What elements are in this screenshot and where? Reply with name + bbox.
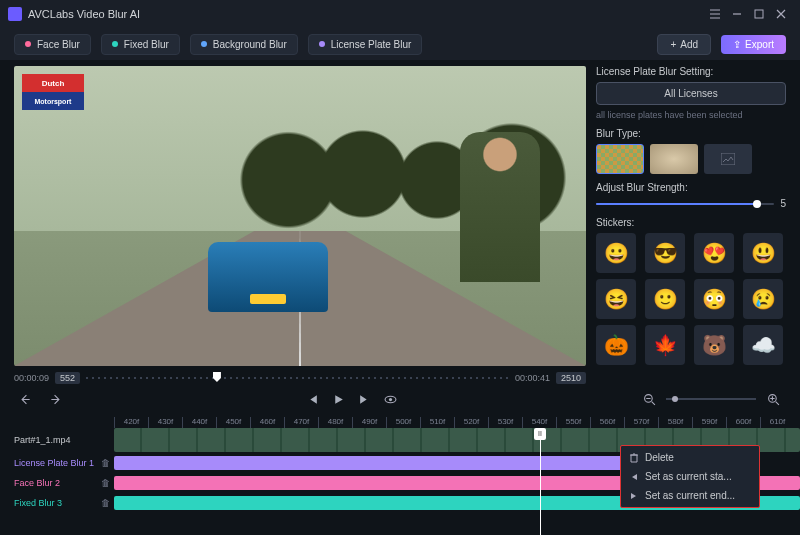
context-menu: Delete Set as current sta... Set as curr…	[620, 445, 760, 508]
blur-mode-toolbar: Face Blur Fixed Blur Background Blur Lic…	[0, 28, 800, 60]
preview-toggle-button[interactable]	[381, 390, 399, 408]
minimize-button[interactable]	[726, 3, 748, 25]
redo-button[interactable]	[44, 390, 62, 408]
sticker-bear[interactable]: 🐻	[694, 325, 734, 365]
label: Background Blur	[213, 39, 287, 50]
zoom-in-button[interactable]	[764, 390, 782, 408]
video-preview[interactable]: Dutch Motorsport	[14, 66, 586, 366]
tick: 490f	[352, 417, 386, 428]
stickers-label: Stickers:	[596, 217, 786, 228]
ctx-delete[interactable]: Delete	[621, 448, 759, 467]
strength-label: Adjust Blur Strength:	[596, 182, 786, 193]
fixed-blur-mode[interactable]: Fixed Blur	[101, 34, 180, 55]
dot-icon	[319, 41, 325, 47]
logo-bottom: Motorsport	[22, 92, 84, 110]
playhead[interactable]	[540, 428, 541, 535]
ctx-set-start[interactable]: Set as current sta...	[621, 467, 759, 486]
time-scrubber-row: 00:00:09 552 00:00:41 2510	[14, 366, 586, 386]
track-label: Face Blur 2	[14, 478, 60, 488]
undo-button[interactable]	[18, 390, 36, 408]
watermark-logo: Dutch Motorsport	[22, 74, 84, 110]
zoom-slider[interactable]	[666, 398, 756, 400]
video-column: Dutch Motorsport 00:00:09 552 00:00:41 2…	[14, 66, 586, 386]
dot-icon	[201, 41, 207, 47]
sticker-cool[interactable]: 😎	[645, 233, 685, 273]
label: Set as current sta...	[645, 471, 732, 482]
sticker-cry[interactable]: 😢	[743, 279, 783, 319]
prev-frame-button[interactable]	[303, 390, 321, 408]
tick: 610f	[760, 417, 794, 428]
setting-label: License Plate Blur Setting:	[596, 66, 786, 77]
play-button[interactable]	[329, 390, 347, 408]
delete-track-icon[interactable]: 🗑	[101, 458, 110, 468]
background-blur-mode[interactable]: Background Blur	[190, 34, 298, 55]
sticker-cloud[interactable]: ☁️	[743, 325, 783, 365]
blur-type-mosaic[interactable]	[596, 144, 644, 174]
tick: 540f	[522, 417, 556, 428]
current-frame: 552	[55, 372, 80, 384]
current-time: 00:00:09	[14, 373, 49, 383]
scrubber[interactable]	[86, 370, 509, 386]
label: Add	[680, 39, 698, 50]
label: Delete	[645, 452, 674, 463]
timeline-ruler[interactable]: 420f430f440f450f460f470f480f490f500f510f…	[14, 412, 800, 428]
close-button[interactable]	[770, 3, 792, 25]
settings-panel: License Plate Blur Setting: All Licenses…	[596, 66, 786, 386]
app-logo-icon	[8, 7, 22, 21]
plus-icon: +	[670, 39, 676, 50]
license-plate-blur-mode[interactable]: License Plate Blur	[308, 34, 423, 55]
sticker-pumpkin[interactable]: 🎃	[596, 325, 636, 365]
total-frames: 2510	[556, 372, 586, 384]
ctx-set-end[interactable]: Set as current end...	[621, 486, 759, 505]
tick: 430f	[148, 417, 182, 428]
sticker-flushed[interactable]: 😳	[694, 279, 734, 319]
track-label: License Plate Blur 1	[14, 458, 94, 468]
scrub-handle[interactable]	[213, 372, 221, 382]
tick: 460f	[250, 417, 284, 428]
sticker-heart-eyes[interactable]: 😍	[694, 233, 734, 273]
tick: 510f	[420, 417, 454, 428]
tick: 550f	[556, 417, 590, 428]
tick: 470f	[284, 417, 318, 428]
car-graphic	[208, 242, 328, 312]
delete-track-icon[interactable]: 🗑	[101, 478, 110, 488]
stickers-grid: 😀 😎 😍 😃 😆 🙂 😳 😢 🎃 🍁 🐻 ☁️	[596, 233, 786, 365]
app-title: AVCLabs Video Blur AI	[28, 8, 140, 20]
next-frame-button[interactable]	[355, 390, 373, 408]
zoom-out-button[interactable]	[640, 390, 658, 408]
track-label: Fixed Blur 3	[14, 498, 62, 508]
dot-icon	[25, 41, 31, 47]
strength-slider[interactable]	[596, 203, 774, 205]
tick: 500f	[386, 417, 420, 428]
svg-rect-0	[755, 10, 763, 18]
sticker-leaf[interactable]: 🍁	[645, 325, 685, 365]
blur-type-image[interactable]	[704, 144, 752, 174]
blur-type-gaussian[interactable]	[650, 144, 698, 174]
hamburger-icon[interactable]	[704, 3, 726, 25]
label: Export	[745, 39, 774, 50]
sticker-smile[interactable]: 😀	[596, 233, 636, 273]
track-file-label: Part#1_1.mp4	[14, 435, 71, 445]
all-licenses-button[interactable]: All Licenses	[596, 82, 786, 105]
sticker-slight-smile[interactable]: 🙂	[645, 279, 685, 319]
sticker-laugh[interactable]: 😆	[596, 279, 636, 319]
sticker-grin[interactable]: 😃	[743, 233, 783, 273]
main-area: Dutch Motorsport 00:00:09 552 00:00:41 2…	[0, 60, 800, 386]
face-blur-mode[interactable]: Face Blur	[14, 34, 91, 55]
dot-icon	[112, 41, 118, 47]
tick: 590f	[692, 417, 726, 428]
transport-bar	[0, 386, 800, 412]
delete-track-icon[interactable]: 🗑	[101, 498, 110, 508]
total-time: 00:00:41	[515, 373, 550, 383]
add-button[interactable]: +Add	[657, 34, 711, 55]
title-bar: AVCLabs Video Blur AI	[0, 0, 800, 28]
tick: 480f	[318, 417, 352, 428]
blur-type-label: Blur Type:	[596, 128, 786, 139]
export-button[interactable]: ⇪Export	[721, 35, 786, 54]
label: Set as current end...	[645, 490, 735, 501]
cameraman-graphic	[460, 132, 540, 282]
tick: 440f	[182, 417, 216, 428]
export-icon: ⇪	[733, 39, 741, 50]
maximize-button[interactable]	[748, 3, 770, 25]
selection-hint: all license plates have been selected	[596, 110, 786, 120]
